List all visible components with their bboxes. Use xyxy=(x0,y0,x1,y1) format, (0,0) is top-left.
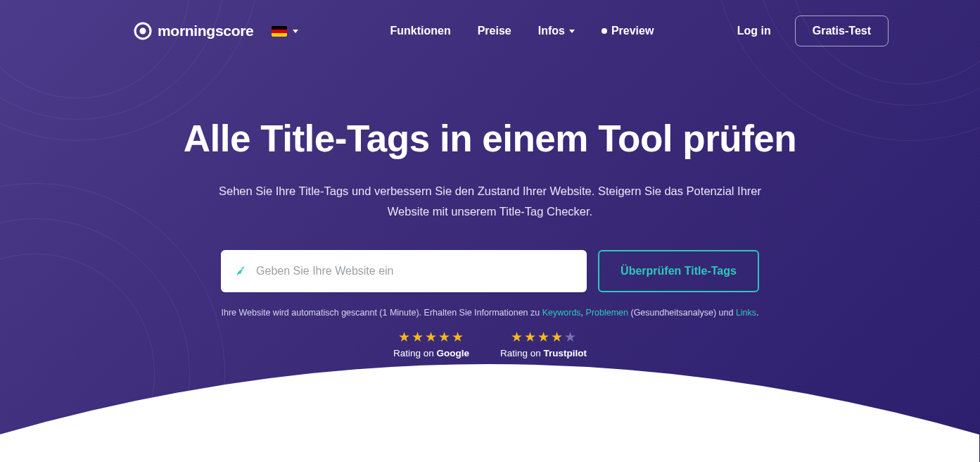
hint-link-problemen[interactable]: Problemen xyxy=(586,308,628,318)
nav-infos[interactable]: Infos xyxy=(538,25,575,37)
hint-text: , xyxy=(581,308,586,318)
hint-link-links[interactable]: Links xyxy=(736,308,756,318)
rating-label: Rating on Google xyxy=(393,348,469,358)
hint-link-keywords[interactable]: Keywords xyxy=(542,308,581,318)
nav-preise[interactable]: Preise xyxy=(478,25,511,37)
star-icon: ★ xyxy=(551,330,563,344)
chevron-down-icon xyxy=(569,30,575,33)
star-icon: ★ xyxy=(412,330,424,344)
page-subtitle: Sehen Sie Ihre Title-Tags und verbessern… xyxy=(216,181,765,222)
stars: ★★★★★ xyxy=(500,330,587,344)
nav-right: Log in Gratis-Test xyxy=(737,15,889,46)
language-selector[interactable] xyxy=(272,26,298,37)
website-input[interactable] xyxy=(256,265,573,277)
website-input-wrapper[interactable] xyxy=(221,250,587,292)
hint-text: . xyxy=(756,308,758,318)
nav-center: Funktionen Preise Infos Preview xyxy=(390,25,654,37)
trial-button[interactable]: Gratis-Test xyxy=(795,15,889,46)
hint-text: (Gesundheitsanalyse) und xyxy=(628,308,736,318)
check-button[interactable]: Überprüfen Title-Tags xyxy=(598,250,759,292)
star-icon: ★ xyxy=(425,330,437,344)
star-icon: ★ xyxy=(438,330,450,344)
nav-label: Preise xyxy=(478,25,511,37)
rating-label: Rating on Trustpilot xyxy=(500,348,587,358)
stars: ★★★★★ xyxy=(393,330,469,344)
ratings-row: ★★★★★ Rating on Google ★★★★★ Rating on T… xyxy=(0,330,980,358)
top-nav: morningscore Funktionen Preise Infos Pre… xyxy=(0,0,980,49)
rating-trustpilot: ★★★★★ Rating on Trustpilot xyxy=(500,330,587,358)
nav-funktionen[interactable]: Funktionen xyxy=(390,25,450,37)
star-icon: ★ xyxy=(537,330,549,344)
hint-text: Ihre Website wird automatisch gescannt (… xyxy=(221,308,542,318)
star-icon: ★ xyxy=(564,330,576,344)
check-form: Überprüfen Title-Tags xyxy=(0,250,980,292)
nav-label: Infos xyxy=(538,25,565,37)
star-icon: ★ xyxy=(398,330,410,344)
nav-label: Funktionen xyxy=(390,25,450,37)
star-icon: ★ xyxy=(511,330,523,344)
star-icon: ★ xyxy=(524,330,536,344)
nav-preview[interactable]: Preview xyxy=(602,25,654,37)
star-icon: ★ xyxy=(452,330,464,344)
logo-icon xyxy=(134,22,152,40)
rating-google: ★★★★★ Rating on Google xyxy=(393,330,469,358)
leaf-icon xyxy=(235,266,246,277)
hero-content: Alle Title-Tags in einem Tool prüfen Seh… xyxy=(0,49,980,358)
hero-section: morningscore Funktionen Preise Infos Pre… xyxy=(0,0,980,462)
nav-label: Preview xyxy=(611,25,654,37)
logo-text: morningscore xyxy=(158,23,253,39)
scan-hint: Ihre Website wird automatisch gescannt (… xyxy=(0,308,980,318)
page-title: Alle Title-Tags in einem Tool prüfen xyxy=(0,117,980,160)
flag-de-icon xyxy=(272,26,287,37)
logo[interactable]: morningscore xyxy=(134,22,253,40)
chevron-down-icon xyxy=(293,30,298,33)
login-link[interactable]: Log in xyxy=(737,25,771,37)
dot-icon xyxy=(602,28,607,34)
svg-point-1 xyxy=(140,28,146,35)
